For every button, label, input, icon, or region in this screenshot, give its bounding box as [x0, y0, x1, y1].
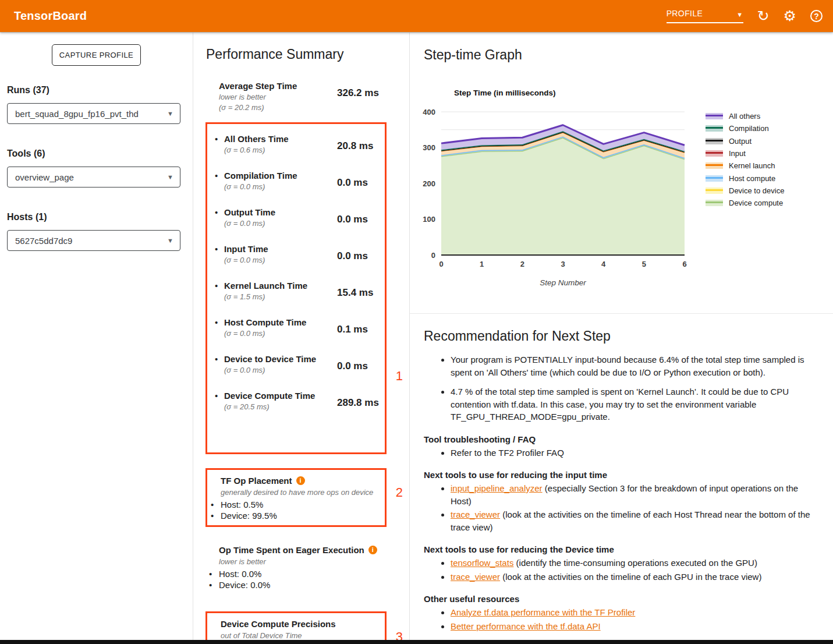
app-header: TensorBoard PROFILE ▼ ↻ ⚙ ?	[0, 0, 833, 32]
hosts-label: Hosts (1)	[7, 212, 193, 222]
metric-label: Kernel Launch Time	[224, 281, 337, 291]
metric-row: •Output Time(σ = 0.0 ms)0.0 ms	[215, 207, 385, 228]
recommendation-item: Refer to the TF2 Profiler FAQ	[451, 447, 818, 459]
eager-execution-items: •Host: 0.0%•Device: 0.0%	[219, 568, 409, 590]
recommendation-sublist: Analyze tf.data performance with the TF …	[424, 606, 818, 632]
recommendation-item: Better performance with the tf.data API	[451, 620, 818, 633]
recommendation-item: trace_viewer (look at the activities on …	[451, 508, 818, 533]
recommendation-title: Recommendation for Next Step	[424, 328, 818, 344]
recommendation-sublist: Refer to the TF2 Profiler FAQ	[424, 447, 818, 459]
legend-item: Device compute	[706, 197, 784, 209]
recommendation-item: trace_viewer (look at the activities on …	[451, 571, 818, 583]
step-time-graph-title: Step-time Graph	[424, 33, 833, 63]
tf-op-placement-title: TF Op Placement	[221, 475, 292, 486]
legend-item: Input	[706, 147, 784, 160]
recommendation-item: Your program is POTENTIALLY input-bound …	[451, 353, 818, 378]
metric-value: 0.0 ms	[337, 250, 368, 265]
annotation-number-1: 1	[396, 369, 403, 384]
eager-execution-title: Op Time Spent on Eager Execution	[219, 544, 364, 555]
metric-label: Device Compute Time	[224, 391, 337, 401]
bullet: •	[215, 134, 224, 155]
dashboard-selector[interactable]: PROFILE ▼	[667, 9, 743, 23]
legend-swatch-icon	[706, 125, 723, 132]
metric-value: 0.0 ms	[337, 360, 368, 375]
tools-select[interactable]: overview_page ▼	[7, 167, 180, 187]
chart-legend: All othersCompilationOutputInputKernel l…	[706, 110, 784, 209]
annotation-number-2: 2	[396, 485, 403, 500]
legend-label: Kernel launch	[729, 161, 775, 170]
legend-item: All others	[706, 110, 784, 122]
recommendation-bullets: Your program is POTENTIALLY input-bound …	[424, 353, 818, 423]
metric-sigma: (σ = 20.5 ms)	[224, 402, 337, 412]
page-content: CAPTURE PROFILE Runs (37) bert_squad_8gp…	[0, 32, 833, 644]
legend-item: Device to device	[706, 185, 784, 197]
metric-sigma: (σ = 0.0 ms)	[224, 255, 337, 265]
dashboard-selector-value: PROFILE	[667, 9, 703, 18]
metric-sigma: (σ = 0.0 ms)	[224, 365, 337, 375]
chart-axis-title: Step Time (in milliseconds)	[454, 89, 556, 97]
recommendation-subheading: Tool troubleshooting / FAQ	[424, 434, 818, 444]
text: (look at the activities on the timeline …	[500, 572, 761, 582]
legend-item: Compilation	[706, 122, 784, 135]
legend-swatch-icon	[706, 113, 723, 119]
bullet: •	[215, 281, 224, 302]
bullet: •	[215, 354, 224, 375]
help-icon[interactable]: ?	[810, 10, 823, 22]
metric-sigma: (σ = 0.0 ms)	[224, 328, 337, 338]
text: Your program is POTENTIALLY input-bound …	[451, 355, 804, 377]
runs-select[interactable]: bert_squad_8gpu_fp16_pvt_thd ▼	[7, 103, 180, 124]
metric-sigma: (σ = 1.5 ms)	[224, 292, 337, 302]
tools-select-value: overview_page	[15, 172, 74, 182]
legend-swatch-icon	[706, 200, 723, 206]
refresh-icon[interactable]: ↻	[757, 9, 770, 23]
app-title: TensorBoard	[14, 9, 87, 23]
text: Refer to the TF2 Profiler FAQ	[451, 448, 564, 458]
bullet: •	[215, 207, 224, 228]
average-step-time-value: 326.2 ms	[337, 87, 379, 112]
eager-execution-note: lower is better	[219, 557, 409, 567]
metric-sigma: (σ = 0.0 ms)	[224, 182, 337, 192]
capture-profile-button[interactable]: CAPTURE PROFILE	[52, 44, 141, 66]
tf-op-placement-items: •Host: 0.5%•Device: 99.5%	[221, 499, 381, 521]
text: (identify the time-consuming operations …	[513, 558, 757, 568]
chevron-down-icon: ▼	[167, 110, 173, 117]
link[interactable]: tensorflow_stats	[451, 558, 513, 568]
link[interactable]: trace_viewer	[451, 572, 500, 582]
metric-row: •Device Compute Time(σ = 20.5 ms)289.8 m…	[215, 391, 385, 412]
link[interactable]: trace_viewer	[451, 509, 500, 519]
device-compute-precisions-note: out of Total Device Time	[221, 631, 381, 641]
metric-label: Output Time	[224, 207, 337, 218]
legend-label: Compilation	[729, 124, 769, 133]
list-item: •Host: 0.5%	[221, 499, 381, 510]
info-icon[interactable]: i	[296, 476, 305, 485]
link[interactable]: Analyze tf.data performance with the TF …	[451, 607, 635, 617]
annotation-box-2: TF Op Placement i generally desired to h…	[205, 468, 387, 527]
metric-value: 0.0 ms	[337, 177, 368, 192]
bullet: •	[215, 317, 224, 338]
metric-sigma: (σ = 0.0 ms)	[224, 218, 337, 228]
metric-label: Host Compute Time	[224, 317, 337, 328]
legend-swatch-icon	[706, 175, 723, 182]
metric-sigma: (σ = 0.6 ms)	[224, 145, 337, 155]
svg-text:200: 200	[423, 179, 435, 188]
info-icon[interactable]: i	[368, 546, 377, 554]
legend-label: Device compute	[729, 199, 783, 207]
svg-text:1: 1	[480, 260, 484, 268]
hosts-select[interactable]: 5627c5dd7dc9 ▼	[7, 230, 180, 251]
metric-row: •Host Compute Time(σ = 0.0 ms)0.1 ms	[215, 317, 385, 338]
bullet: •	[215, 244, 224, 265]
recommendation-item: Analyze tf.data performance with the TF …	[451, 606, 818, 619]
metric-row: •Input Time(σ = 0.0 ms)0.0 ms	[215, 244, 385, 265]
recommendation-item: tensorflow_stats (identify the time-cons…	[451, 557, 818, 569]
performance-summary-title: Performance Summary	[206, 47, 409, 62]
legend-swatch-icon	[706, 150, 723, 157]
link[interactable]: Better performance with the tf.data API	[451, 621, 601, 631]
runs-select-value: bert_squad_8gpu_fp16_pvt_thd	[15, 109, 139, 119]
link[interactable]: input_pipeline_analyzer	[451, 483, 543, 493]
svg-text:6: 6	[682, 260, 686, 268]
list-item: •Host: 0.0%	[219, 568, 409, 579]
gear-icon[interactable]: ⚙	[784, 9, 796, 23]
text: 4.7 % of the total step time sampled is …	[451, 387, 789, 422]
annotation-box-3: Device Compute Precisions out of Total D…	[205, 611, 387, 644]
list-item: •Device: 99.5%	[221, 510, 381, 521]
